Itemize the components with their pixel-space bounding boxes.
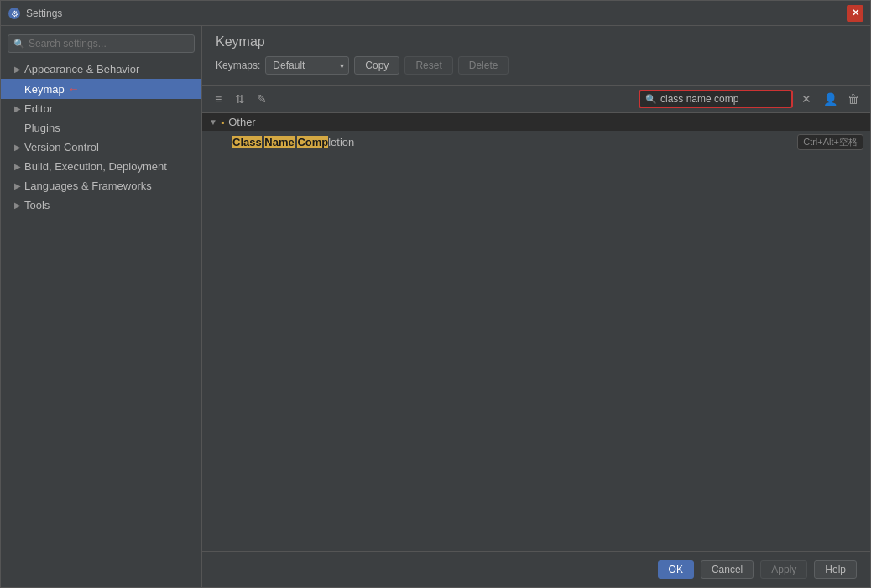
- keymap-dropdown[interactable]: Default ▾: [265, 56, 349, 75]
- app-icon: ⚙: [8, 7, 21, 20]
- main-panel: Keymap Keymaps: Default ▾ Copy Reset Del…: [202, 26, 870, 587]
- tree-content: ▼ ▪ Other Class Name Completion Ctrl+Alt…: [202, 113, 870, 551]
- ok-button[interactable]: OK: [658, 560, 694, 579]
- sidebar-search-icon: 🔍: [13, 39, 25, 49]
- dropdown-caret-icon: ▾: [340, 61, 344, 70]
- delete-button[interactable]: Delete: [458, 56, 509, 75]
- cancel-button[interactable]: Cancel: [701, 560, 754, 579]
- highlight-name: Name: [264, 136, 294, 148]
- reset-button[interactable]: Reset: [404, 56, 452, 75]
- sidebar-item-plugins[interactable]: Plugins: [1, 118, 201, 138]
- sidebar-item-build-label: Build, Execution, Deployment: [24, 160, 167, 173]
- help-button[interactable]: Help: [814, 560, 857, 579]
- tree-group-other[interactable]: ▼ ▪ Other: [202, 113, 870, 131]
- tree-scroll-wrapper: ▼ ▪ Other Class Name Completion Ctrl+Alt…: [202, 113, 870, 551]
- sidebar-item-keymap-label: Keymap: [24, 83, 65, 96]
- clear-search-button[interactable]: ✕: [796, 89, 816, 109]
- sidebar-search[interactable]: 🔍: [8, 34, 195, 53]
- page-title: Keymap: [216, 34, 857, 49]
- keymap-search-field[interactable]: 🔍: [639, 90, 793, 108]
- sidebar-item-appearance[interactable]: ▶ Appearance & Behavior: [1, 60, 201, 79]
- sidebar-search-input[interactable]: [29, 38, 189, 49]
- filter-button[interactable]: 👤: [820, 89, 840, 109]
- group-expand-icon: ▼: [209, 117, 217, 127]
- highlight-class: Class: [232, 136, 262, 148]
- close-button[interactable]: ✕: [847, 5, 863, 22]
- keymap-selected-value: Default: [273, 60, 305, 71]
- collapse-all-button[interactable]: ⇅: [231, 90, 249, 108]
- expand-arrow-vc: ▶: [14, 143, 21, 152]
- content-toolbar: ≡ ⇅ ✎ 🔍 ✕ 👤: [202, 86, 870, 113]
- shortcut-badge: Ctrl+Alt+空格: [797, 134, 863, 150]
- content-area: 🔍 ▶ Appearance & Behavior Keymap ← ▶ Edi…: [1, 26, 870, 587]
- sidebar-item-appearance-label: Appearance & Behavior: [24, 63, 139, 75]
- suffix: letion: [328, 136, 354, 148]
- sidebar-item-version-control[interactable]: ▶ Version Control: [1, 138, 201, 157]
- edit-shortcut-button[interactable]: ✎: [253, 90, 271, 108]
- search-right-area: 🔍 ✕ 👤 🗑: [639, 89, 863, 109]
- footer-bar: OK Cancel Apply Help: [202, 551, 870, 587]
- trash-icon: 🗑: [848, 92, 859, 106]
- sidebar-item-keymap[interactable]: Keymap ←: [1, 79, 201, 99]
- search-field-icon: 🔍: [645, 94, 657, 105]
- sidebar-item-editor-label: Editor: [24, 102, 53, 115]
- expand-arrow-appearance: ▶: [14, 65, 21, 74]
- copy-button[interactable]: Copy: [354, 56, 399, 75]
- sidebar-item-editor[interactable]: ▶ Editor: [1, 99, 201, 118]
- sidebar-item-build[interactable]: ▶ Build, Execution, Deployment: [1, 157, 201, 176]
- sidebar: 🔍 ▶ Appearance & Behavior Keymap ← ▶ Edi…: [1, 26, 202, 587]
- item-label: Class Name Completion: [232, 136, 354, 148]
- filter-icon: 👤: [823, 92, 837, 106]
- collapse-all-icon: ⇅: [235, 92, 245, 106]
- expand-all-button[interactable]: ≡: [209, 90, 227, 108]
- keymap-search-input[interactable]: [660, 93, 786, 105]
- main-header: Keymap Keymaps: Default ▾ Copy Reset Del…: [202, 26, 870, 86]
- expand-arrow-tools: ▶: [14, 200, 21, 210]
- edit-icon: ✎: [257, 92, 267, 106]
- expand-arrow-build: ▶: [14, 162, 21, 171]
- keymap-toolbar: Keymaps: Default ▾ Copy Reset Delete: [216, 56, 857, 75]
- sidebar-item-tools-label: Tools: [24, 199, 50, 211]
- keymaps-label: Keymaps:: [216, 60, 260, 71]
- clear-icon: ✕: [801, 92, 811, 106]
- sidebar-item-vc-label: Version Control: [24, 141, 99, 154]
- svg-text:⚙: ⚙: [11, 9, 18, 18]
- sidebar-item-languages[interactable]: ▶ Languages & Frameworks: [1, 176, 201, 195]
- apply-button[interactable]: Apply: [760, 560, 807, 579]
- settings-window: ⚙ Settings ✕ 🔍 ▶ Appearance & Behavior K…: [0, 0, 871, 588]
- keymap-indicator-arrow: ←: [68, 82, 80, 96]
- sidebar-item-languages-label: Languages & Frameworks: [24, 180, 152, 192]
- tree-group-other-label: Other: [228, 116, 256, 128]
- folder-icon: ▪: [221, 117, 224, 128]
- sidebar-item-plugins-label: Plugins: [24, 122, 60, 134]
- expand-all-icon: ≡: [215, 92, 222, 106]
- trash-button[interactable]: 🗑: [843, 89, 863, 109]
- tree-item-class-name-completion[interactable]: Class Name Completion Ctrl+Alt+空格: [202, 131, 870, 154]
- expand-arrow-lang: ▶: [14, 181, 21, 190]
- highlight-comp: Comp: [297, 136, 328, 148]
- expand-arrow-editor: ▶: [14, 104, 21, 113]
- window-title: Settings: [26, 8, 847, 19]
- sidebar-item-tools[interactable]: ▶ Tools: [1, 195, 201, 215]
- title-bar: ⚙ Settings ✕: [1, 1, 870, 26]
